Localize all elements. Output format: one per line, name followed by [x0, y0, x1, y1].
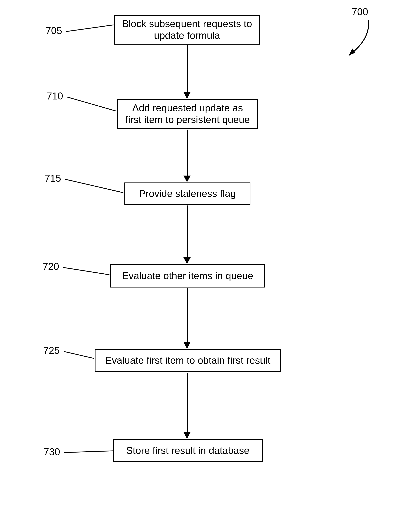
- step-text: Add requested update as first item to pe…: [125, 102, 250, 126]
- flow-arrow-shaft: [187, 45, 188, 93]
- leader-line-715: [65, 179, 123, 193]
- leader-line-710: [67, 97, 116, 111]
- step-id-720: 720: [43, 261, 59, 272]
- step-id-725: 725: [43, 346, 60, 355]
- step-text: Provide staleness flag: [139, 188, 236, 200]
- flow-arrow-shaft: [187, 130, 188, 176]
- flow-arrow-shaft: [187, 205, 188, 258]
- leader-line-725: [64, 351, 94, 359]
- step-box-705: Block subsequent requests to update form…: [114, 15, 260, 44]
- step-text: Evaluate other items in queue: [122, 270, 253, 282]
- flowchart-canvas: 700 Block subsequent requests to update …: [0, 0, 399, 532]
- step-text: Block subsequent requests to update form…: [122, 18, 252, 41]
- flow-arrow-shaft: [187, 288, 188, 343]
- step-box-725: Evaluate first item to obtain first resu…: [95, 349, 281, 372]
- figure-label: 700: [352, 7, 368, 17]
- step-box-715: Provide staleness flag: [124, 183, 250, 205]
- leader-line-730: [64, 450, 113, 453]
- leader-line-705: [66, 25, 114, 32]
- step-id-705: 705: [45, 26, 62, 36]
- step-id-715: 715: [44, 173, 61, 183]
- figure-pointer-arc-icon: [341, 18, 374, 63]
- flow-arrow-head-icon: [184, 92, 190, 99]
- flow-arrow-shaft: [187, 373, 188, 433]
- step-text: Evaluate first item to obtain first resu…: [105, 355, 270, 366]
- leader-line-720: [63, 267, 110, 275]
- step-box-730: Store first result in database: [113, 439, 263, 462]
- flow-arrow-head-icon: [184, 342, 190, 349]
- step-text: Store first result in database: [126, 445, 250, 456]
- step-id-710: 710: [47, 91, 63, 101]
- flow-arrow-head-icon: [184, 257, 190, 264]
- step-box-720: Evaluate other items in queue: [110, 264, 265, 287]
- flow-arrow-head-icon: [184, 432, 190, 439]
- step-id-730: 730: [44, 447, 60, 457]
- flow-arrow-head-icon: [184, 176, 190, 182]
- step-box-710: Add requested update as first item to pe…: [117, 99, 258, 129]
